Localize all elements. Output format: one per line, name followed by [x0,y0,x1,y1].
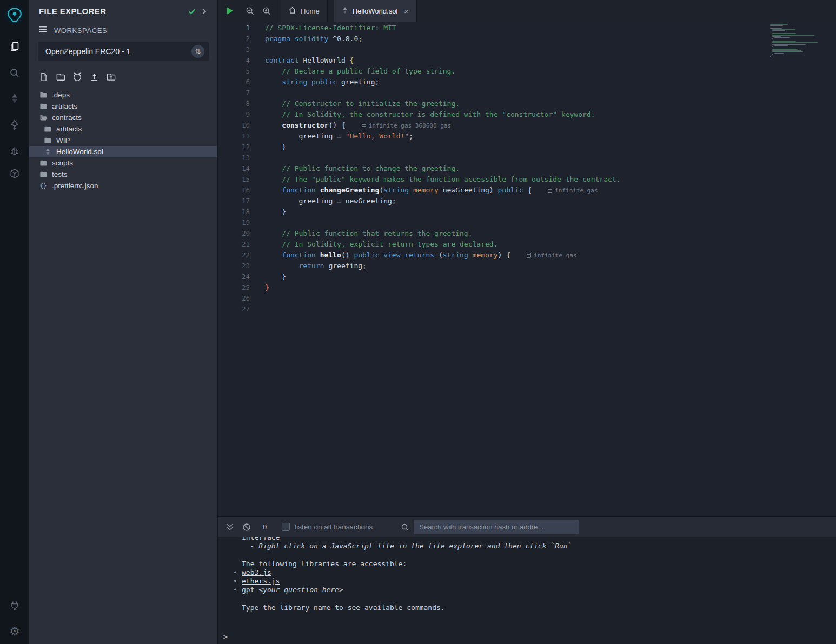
code-editor[interactable]: 1// SPDX-License-Identifier: MIT2pragma … [218,22,836,516]
terminal-line: •web3.js [222,568,836,577]
gas-estimate-lens: infinite gas [527,252,576,259]
code-line: 8 // Constructor to initialize the greet… [218,98,836,109]
line-number: 26 [218,293,250,304]
solidity-file-icon [342,6,348,16]
line-number: 16 [218,185,250,196]
tree-item[interactable]: contracts [29,112,217,123]
tab-active-label: HelloWorld.sol [353,7,398,15]
folder-icon [39,159,48,168]
folder-icon [43,125,52,134]
tree-item[interactable]: artifacts [29,101,217,112]
file-explorer-icon[interactable] [0,36,29,57]
bullet-icon: • [233,577,237,586]
code-line: 25} [218,282,836,293]
new-file-icon[interactable] [38,71,50,83]
code-line: 2pragma solidity ^0.8.0; [218,34,836,44]
terminal-link[interactable]: web3.js [242,568,271,576]
tree-item-label: contracts [52,114,82,122]
tree-item-label: tests [52,170,68,178]
tree-item[interactable]: scripts [29,157,217,169]
terminal-search-input[interactable] [414,520,579,534]
workspace-select[interactable]: OpenZeppelin ERC20 - 1 ⇅ [38,42,209,61]
deploy-run-icon[interactable] [0,114,29,136]
line-number: 12 [218,142,250,152]
upload-folder-icon[interactable] [105,71,117,83]
collapse-terminal-icon[interactable] [225,523,234,532]
tree-item[interactable]: HelloWorld.sol [29,146,217,157]
terminal-line: •ethers.js [222,577,836,586]
remix-logo[interactable] [4,4,25,26]
gas-icon [527,253,531,258]
terminal-search-icon[interactable] [401,523,409,532]
line-number: 13 [218,152,250,163]
tree-item[interactable]: tests [29,169,217,180]
tree-item[interactable]: artifacts [29,123,217,135]
home-icon [288,6,296,16]
tree-item[interactable]: .deps [29,89,217,101]
line-number: 27 [218,304,250,315]
clear-console-icon[interactable] [242,523,251,532]
folder-icon [39,170,48,179]
code-line: 5 // Declare a public field of type stri… [218,66,836,77]
terminal-line: - Right click on a JavaScript file in th… [222,542,836,550]
remix-ide-window: ⚙ FILE EXPLORER WORKSPACES OpenZeppelin … [0,0,836,644]
workspace-switch-icon[interactable]: ⇅ [191,45,204,58]
code-line: 4contract HelloWorld { [218,55,836,66]
workspaces-row: WORKSPACES [29,19,217,39]
tab-home[interactable]: Home [281,0,328,22]
code-line: 15 // The "public" keyword makes the fun… [218,174,836,185]
code-line: 16 function changeGreeting(string memory… [218,185,836,196]
code-line: 11 greeting = "Hello, World!"; [218,131,836,142]
search-icon[interactable] [0,62,29,84]
run-script-button[interactable] [218,0,242,22]
zoom-out-icon[interactable] [242,0,258,22]
accept-check-icon[interactable] [186,7,198,16]
line-number: 17 [218,196,250,207]
code-lines: 1// SPDX-License-Identifier: MIT2pragma … [218,22,836,315]
gas-estimate-lens: infinite gas 368600 gas [362,122,451,129]
new-folder-icon[interactable] [55,71,67,83]
solidity-icon [43,148,52,156]
upload-file-icon[interactable] [88,71,100,83]
code-line: 24 } [218,271,836,282]
line-number: 2 [218,34,250,44]
tab-home-label: Home [301,7,320,15]
terminal-link[interactable]: ethers.js [242,577,280,585]
chevron-right-icon[interactable] [198,8,210,15]
tree-item[interactable]: {}.prettierrc.json [29,180,217,191]
tab-helloworld-sol[interactable]: HelloWorld.sol × [334,0,417,22]
tree-item-label: WIP [56,136,70,144]
plugin-manager-icon[interactable] [0,595,29,616]
terminal-prompt[interactable]: > [223,633,228,641]
plugins-icon[interactable] [0,163,29,184]
line-number: 14 [218,163,250,174]
folder-icon [43,136,52,145]
code-line: 10 constructor() {infinite gas 368600 ga… [218,120,836,131]
settings-icon[interactable]: ⚙ [0,621,29,642]
listen-transactions-checkbox[interactable] [282,523,290,531]
hamburger-icon[interactable] [39,25,48,35]
code-line: 20 // Public function that returns the g… [218,228,836,239]
terminal-output: interface - Right click on a JavaScript … [218,537,836,612]
tree-item[interactable]: WIP [29,135,217,146]
line-number: 9 [218,109,250,120]
main-area: Home HelloWorld.sol × 1// SPDX-License-I… [218,0,836,644]
workspace-selected-value: OpenZeppelin ERC20 - 1 [45,47,191,56]
github-clone-icon[interactable] [71,71,83,83]
tab-bar: Home HelloWorld.sol × [218,0,836,22]
minimap[interactable] [770,24,831,59]
code-line: 13 [218,152,836,163]
json-icon: {} [39,182,48,190]
solidity-compiler-icon[interactable] [0,88,29,109]
line-number: 4 [218,55,250,66]
line-number: 11 [218,131,250,142]
zoom-in-icon[interactable] [258,0,275,22]
close-tab-icon[interactable]: × [404,6,409,16]
line-number: 24 [218,271,250,282]
code-line: 18 } [218,207,836,217]
tree-item-label: HelloWorld.sol [56,148,103,156]
debugger-icon[interactable] [0,140,29,162]
tree-item-label: .prettierrc.json [52,182,98,190]
code-line: 1// SPDX-License-Identifier: MIT [218,23,836,34]
terminal[interactable]: interface - Right click on a JavaScript … [218,537,836,644]
